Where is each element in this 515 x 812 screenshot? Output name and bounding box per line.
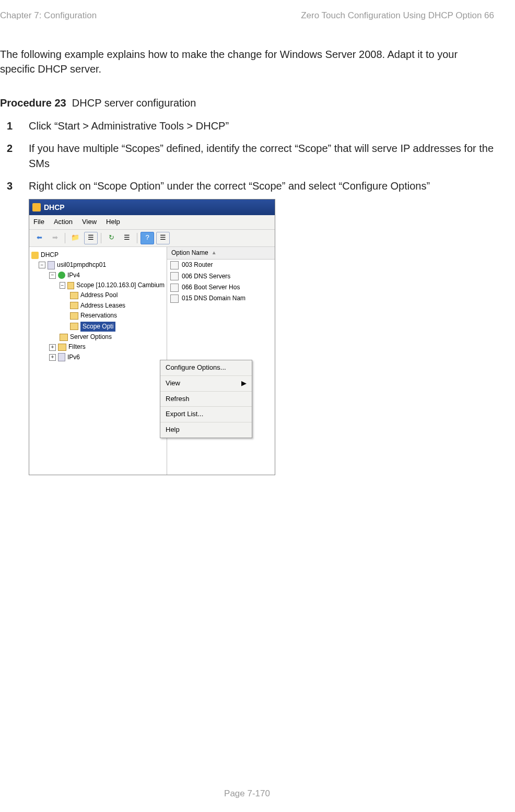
extra-button[interactable]: ☰ <box>156 232 170 244</box>
option-row[interactable]: 015 DNS Domain Nam <box>167 293 275 304</box>
intro-paragraph: The following example explains how to ma… <box>0 47 494 76</box>
expander-icon[interactable]: + <box>49 344 56 351</box>
procedure-steps: 1Click “Start > Administrative Tools > D… <box>0 119 494 475</box>
option-label: 006 DNS Servers <box>182 272 230 281</box>
folder-icon <box>70 292 78 299</box>
menu-file[interactable]: File <box>33 217 44 227</box>
context-refresh[interactable]: Refresh <box>160 392 252 407</box>
tree-scope-options[interactable]: Scope Opti <box>31 321 165 332</box>
tree-ipv6[interactable]: + IPv6 <box>31 352 165 362</box>
tree-filters[interactable]: + Filters <box>31 342 165 352</box>
column-header-text: Option Name <box>171 249 208 257</box>
details-button[interactable]: ☰ <box>84 232 98 244</box>
context-export-list[interactable]: Export List... <box>160 406 252 422</box>
help-button[interactable]: ? <box>141 232 154 244</box>
toolbar: ⬅ ➡ 📁 ☰ ↻ ☰ ? ☰ <box>29 230 275 247</box>
window-titlebar: DHCP <box>29 199 275 215</box>
dhcp-icon <box>32 203 41 211</box>
tree-scope-label: Scope [10.120.163.0] Cambium <box>76 281 165 290</box>
forward-button[interactable]: ➡ <box>48 232 62 244</box>
menu-view[interactable]: View <box>82 217 97 227</box>
expander-icon[interactable]: − <box>39 262 45 268</box>
tree-item-label: Address Leases <box>80 301 125 310</box>
tree-root-label: DHCP <box>41 251 58 260</box>
tree-server-label: usil01pmpdhcp01 <box>57 261 106 269</box>
option-icon <box>170 272 179 280</box>
page-header: Chapter 7: Configuration Zero Touch Conf… <box>0 10 494 21</box>
tree-pane: DHCP − usil01pmpdhcp01 − IPv4 <box>29 247 167 475</box>
dhcp-window: DHCP File Action View Help ⬅ ➡ 📁 ☰ ↻ ☰ <box>29 199 275 475</box>
context-help[interactable]: Help <box>160 422 252 438</box>
shield-icon <box>31 252 39 259</box>
tree-server[interactable]: − usil01pmpdhcp01 <box>31 260 165 270</box>
option-icon <box>170 284 179 292</box>
folder-button[interactable]: 📁 <box>68 232 82 244</box>
folder-icon <box>60 334 68 341</box>
option-label: 066 Boot Server Hos <box>182 283 240 292</box>
step-2: 2If you have multiple “Scopes” defined, … <box>29 141 494 171</box>
tree-ipv4[interactable]: − IPv4 <box>31 270 165 280</box>
procedure-title-text: DHCP server configuration <box>72 97 196 109</box>
folder-icon <box>70 323 78 330</box>
procedure-label: Procedure 23 <box>0 97 66 109</box>
tree-item-label: Filters <box>68 343 86 351</box>
step-3-text: Right click on “Scope Option” under the … <box>29 180 430 192</box>
step-3: 3Right click on “Scope Option” under the… <box>29 179 494 475</box>
tree-root[interactable]: DHCP <box>31 250 165 260</box>
tree-reservations[interactable]: Reservations <box>31 311 165 321</box>
tree-scope[interactable]: − Scope [10.120.163.0] Cambium <box>31 280 165 290</box>
option-icon <box>170 295 179 303</box>
folder-icon <box>70 312 78 320</box>
tree-item-label-selected: Scope Opti <box>80 322 115 332</box>
folder-icon <box>70 302 78 309</box>
tree-address-leases[interactable]: Address Leases <box>31 301 165 311</box>
context-view[interactable]: View▶ <box>160 376 252 392</box>
step-2-text: If you have multiple “Scopes” defined, i… <box>29 143 494 169</box>
context-configure-options[interactable]: Configure Options... <box>160 360 252 376</box>
option-row[interactable]: 066 Boot Server Hos <box>167 282 275 293</box>
tree-item-label: Reservations <box>80 311 117 320</box>
refresh-button[interactable]: ↻ <box>104 232 118 244</box>
option-icon <box>170 261 179 269</box>
server-icon <box>48 261 55 269</box>
step-1-text: Click “Start > Administrative Tools > DH… <box>29 120 229 132</box>
option-label: 015 DNS Domain Nam <box>182 294 245 303</box>
expander-icon[interactable]: − <box>49 272 56 279</box>
procedure-heading: Procedure 23 DHCP server configuration <box>0 97 494 109</box>
back-button[interactable]: ⬅ <box>32 232 46 244</box>
header-right: Zero Touch Configuration Using DHCP Opti… <box>301 10 494 21</box>
header-left: Chapter 7: Configuration <box>0 10 97 21</box>
properties-button[interactable]: ☰ <box>120 232 134 244</box>
tree-server-options[interactable]: Server Options <box>31 332 165 342</box>
tree-item-label: Server Options <box>70 333 112 342</box>
server-icon <box>58 353 65 361</box>
menu-action[interactable]: Action <box>54 217 73 227</box>
tree-ipv4-label: IPv4 <box>67 271 80 280</box>
context-menu: Configure Options... View▶ Refresh Expor… <box>160 360 252 438</box>
expander-icon[interactable]: + <box>49 354 56 361</box>
option-row[interactable]: 006 DNS Servers <box>167 271 275 282</box>
sort-asc-icon: ▲ <box>212 249 217 257</box>
expander-icon[interactable]: − <box>60 282 65 289</box>
option-row[interactable]: 003 Router <box>167 260 275 270</box>
chevron-right-icon: ▶ <box>241 379 247 389</box>
status-icon <box>58 272 65 279</box>
tree-address-pool[interactable]: Address Pool <box>31 290 165 300</box>
page-footer: Page 7-170 <box>0 789 494 799</box>
menubar: File Action View Help <box>29 215 275 230</box>
folder-icon <box>58 344 66 351</box>
tree-item-label: IPv6 <box>67 353 80 362</box>
window-title: DHCP <box>44 202 65 213</box>
menu-help[interactable]: Help <box>106 217 120 227</box>
step-1: 1Click “Start > Administrative Tools > D… <box>29 119 494 134</box>
tree-item-label: Address Pool <box>80 291 118 300</box>
options-column-header[interactable]: Option Name ▲ <box>167 247 275 260</box>
option-label: 003 Router <box>182 261 213 269</box>
folder-icon <box>67 282 74 289</box>
